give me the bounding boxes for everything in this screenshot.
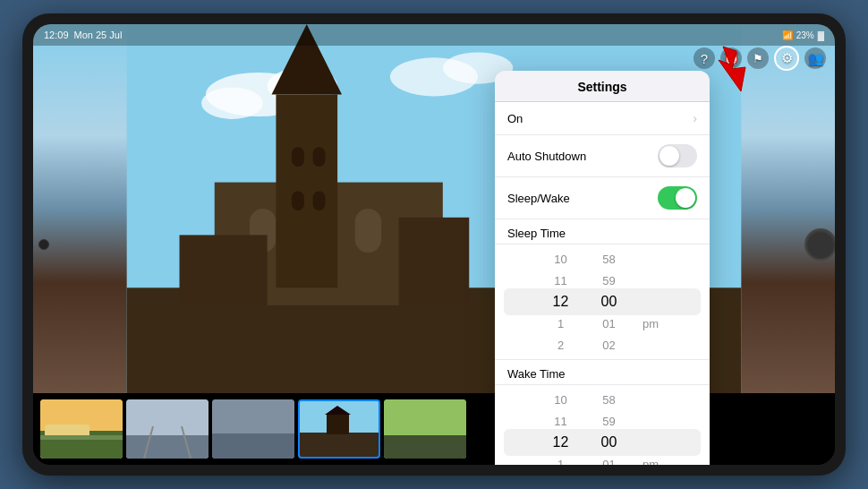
auto-shutdown-label: Auto Shutdown (507, 150, 586, 163)
sleep-ampm-pm[interactable]: pm (642, 313, 659, 334)
svg-point-3 (201, 88, 263, 119)
people-icon[interactable]: 👥 (804, 47, 826, 69)
battery-display: 23% (796, 30, 814, 40)
svg-rect-18 (399, 218, 469, 305)
svg-rect-10 (355, 209, 381, 253)
status-left: 12:09 Mon 25 Jul (44, 30, 122, 40)
home-button[interactable] (804, 228, 835, 261)
status-right: 📶 23% ▓ (782, 30, 824, 40)
settings-title: Settings (495, 71, 710, 102)
wake-hour-11[interactable]: 11 (539, 410, 583, 432)
sleep-minute-column[interactable]: 58 59 00 01 02 (587, 248, 632, 356)
wake-time-picker[interactable]: 10 11 12 1 2 58 59 00 01 02 (495, 385, 710, 465)
auto-shutdown-toggle[interactable] (658, 144, 697, 167)
thumbnail-2[interactable] (126, 399, 208, 459)
auto-shutdown-row: Auto Shutdown (495, 135, 710, 177)
wake-hour-column[interactable]: 10 11 12 1 2 (539, 389, 583, 465)
toggle-knob-2 (676, 188, 695, 208)
sleep-wake-toggle[interactable] (658, 186, 697, 210)
gear-icon[interactable]: ⚙ (774, 46, 799, 71)
thumbnail-4-active[interactable] (298, 399, 380, 459)
on-label: On (507, 112, 523, 125)
wake-hour-10[interactable]: 10 (539, 389, 583, 410)
left-side-button (38, 239, 49, 250)
sleep-hour-2[interactable]: 2 (539, 334, 583, 356)
sleep-min-02[interactable]: 02 (587, 334, 632, 356)
wake-hour-12[interactable]: 12 (539, 432, 583, 453)
sleep-time-picker[interactable]: 10 11 12 1 2 58 59 00 01 02 (495, 244, 710, 360)
svg-rect-35 (384, 435, 466, 459)
svg-rect-12 (292, 147, 304, 167)
sleep-wake-label: Sleep/Wake (507, 192, 570, 205)
svg-rect-11 (276, 94, 337, 287)
wake-minute-column[interactable]: 58 59 00 01 02 (587, 389, 632, 465)
flag-icon[interactable]: ⚑ (747, 47, 769, 69)
svg-rect-14 (292, 191, 304, 210)
sleep-min-58[interactable]: 58 (587, 248, 632, 270)
svg-rect-31 (300, 433, 380, 459)
wake-min-01[interactable]: 01 (587, 453, 632, 465)
toggle-knob (660, 146, 679, 166)
sleep-hour-11[interactable]: 11 (539, 270, 583, 291)
screen: 12:09 Mon 25 Jul 📶 23% ▓ (33, 24, 835, 465)
svg-rect-13 (313, 147, 326, 167)
sleep-hour-1[interactable]: 1 (539, 313, 583, 334)
sleep-min-00[interactable]: 00 (587, 291, 632, 313)
wake-min-00[interactable]: 00 (587, 432, 632, 453)
sleep-hour-12[interactable]: 12 (539, 291, 583, 313)
battery-icon: ▓ (818, 30, 824, 40)
thumbnail-strip (33, 393, 835, 465)
svg-rect-17 (180, 235, 268, 305)
wake-hour-1[interactable]: 1 (539, 453, 583, 465)
svg-rect-25 (126, 435, 208, 459)
sleep-hour-10[interactable]: 10 (539, 248, 583, 270)
time-display: 12:09 (44, 30, 69, 40)
sleep-min-59[interactable]: 59 (587, 270, 632, 291)
svg-rect-15 (313, 191, 326, 210)
red-arrow-pointer (705, 42, 750, 96)
sleep-hour-column[interactable]: 10 11 12 1 2 (539, 248, 583, 356)
svg-rect-29 (212, 433, 294, 459)
date-display: Mon 25 Jul (74, 30, 123, 40)
sleep-time-picker-inner: 10 11 12 1 2 58 59 00 01 02 (495, 248, 710, 356)
wifi-icon: 📶 (782, 30, 793, 40)
settings-panel: Settings On › Auto Shutdown Sleep/Wake (495, 71, 710, 465)
wake-min-58[interactable]: 58 (587, 389, 632, 410)
sleep-time-label: Sleep Time (495, 219, 710, 244)
thumbnail-3[interactable] (212, 399, 294, 459)
thumbnail-1[interactable] (40, 399, 123, 459)
wake-time-picker-inner: 10 11 12 1 2 58 59 00 01 02 (495, 389, 710, 465)
on-row[interactable]: On › (495, 102, 710, 135)
wake-min-59[interactable]: 59 (587, 410, 632, 432)
thumbnail-5[interactable] (384, 399, 466, 459)
sleep-wake-row: Sleep/Wake (495, 177, 710, 219)
svg-rect-23 (40, 435, 123, 440)
svg-rect-32 (327, 415, 349, 434)
chevron-right-icon: › (693, 111, 697, 125)
sleep-min-01[interactable]: 01 (587, 313, 632, 334)
wake-time-label: Wake Time (495, 360, 710, 385)
device-frame: 12:09 Mon 25 Jul 📶 23% ▓ (22, 13, 846, 476)
